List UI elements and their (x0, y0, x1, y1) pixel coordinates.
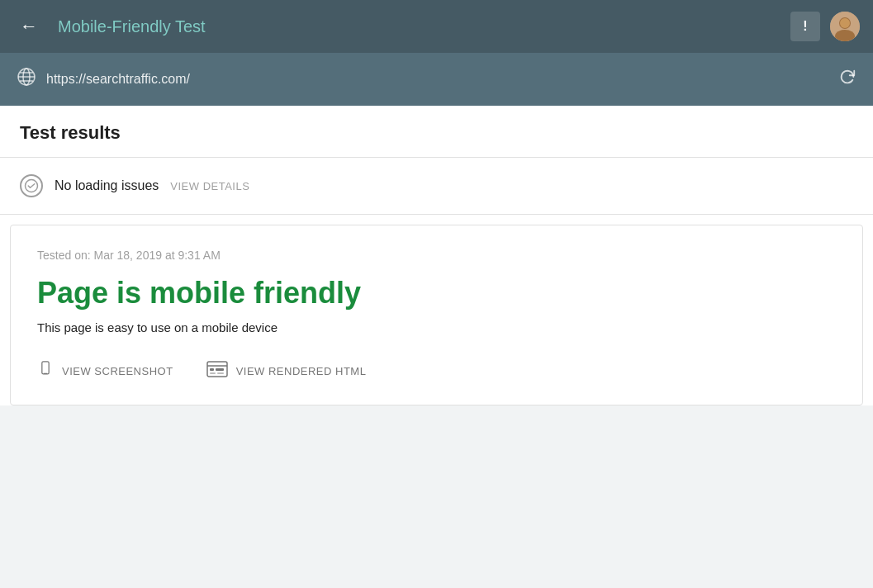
header: ← Mobile-Friendly Test ! (0, 0, 873, 53)
page-title: Mobile-Friendly Test (58, 17, 777, 36)
mobile-friendly-description: This page is easy to use on a mobile dev… (37, 320, 836, 334)
refresh-icon[interactable] (838, 69, 856, 91)
view-screenshot-button[interactable]: VIEW SCREENSHOT (37, 361, 173, 382)
url-input[interactable]: https://searchtraffic.com/ (46, 72, 828, 87)
svg-rect-10 (42, 362, 49, 374)
back-button[interactable]: ← (13, 9, 45, 44)
check-circle-icon (20, 174, 43, 197)
svg-rect-17 (217, 372, 224, 374)
view-rendered-html-label: VIEW RENDERED HTML (236, 365, 367, 377)
html-icon (206, 361, 228, 382)
view-screenshot-label: VIEW SCREENSHOT (62, 365, 173, 377)
main-content: Test results No loading issues VIEW DETA… (0, 106, 873, 405)
test-results-header: Test results (0, 106, 873, 158)
feedback-icon: ! (803, 19, 807, 34)
globe-icon (17, 67, 36, 92)
mobile-friendly-heading: Page is mobile friendly (37, 275, 836, 311)
avatar[interactable] (830, 12, 860, 41)
view-rendered-html-button[interactable]: VIEW RENDERED HTML (206, 361, 367, 382)
loading-issues-row: No loading issues VIEW DETAILS (0, 158, 873, 215)
result-card: Tested on: Mar 18, 2019 at 9:31 AM Page … (10, 225, 863, 405)
no-loading-issues-text: No loading issues (55, 178, 159, 193)
avatar-image (830, 12, 860, 41)
svg-rect-14 (210, 368, 214, 371)
avatar-svg (830, 12, 860, 41)
tested-on-text: Tested on: Mar 18, 2019 at 9:31 AM (37, 249, 836, 262)
svg-rect-16 (210, 372, 216, 374)
test-results-title: Test results (20, 122, 853, 144)
phone-icon (37, 361, 54, 382)
url-bar: https://searchtraffic.com/ (0, 53, 873, 106)
card-actions: VIEW SCREENSHOT VIEW RENDERED HTML (37, 361, 836, 382)
svg-rect-15 (216, 368, 224, 371)
view-details-link[interactable]: VIEW DETAILS (170, 180, 249, 192)
feedback-button[interactable]: ! (790, 12, 820, 41)
header-actions: ! (790, 12, 860, 41)
svg-point-3 (840, 18, 850, 28)
